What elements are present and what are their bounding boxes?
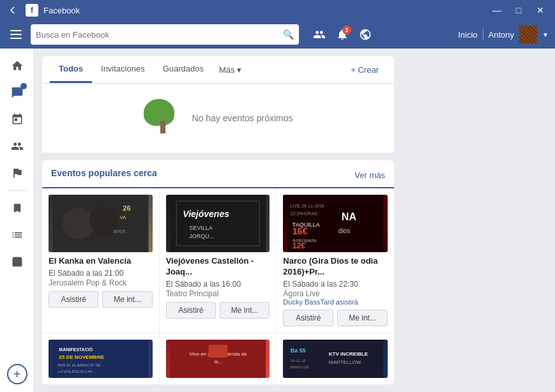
thumb-card-1[interactable]: MANIFESTACIÓ 25 DE NOVEMBRE PER EL ELIMI… (42, 333, 160, 384)
svg-text:JORQU...: JORQU... (189, 233, 214, 239)
interest-button-1[interactable]: Me int... (102, 291, 152, 308)
tab-invitaciones[interactable]: Invitaciones (92, 56, 154, 83)
svg-text:LA VIOLÈNCIA CAP...: LA VIOLÈNCIA CAP... (57, 370, 95, 373)
thumb-card-3[interactable]: Ba 55 26-11-16 MINICLUB KTV INCREIBLE MA… (277, 333, 394, 384)
hamburger-line (10, 30, 22, 31)
close-button[interactable]: ✕ (531, 3, 550, 17)
inicio-link[interactable]: Inicio (458, 30, 477, 40)
thumb-image-3: Ba 55 26-11-16 MINICLUB KTV INCREIBLE MA… (283, 340, 388, 378)
tree-crown (144, 99, 174, 126)
svg-point-1 (62, 207, 94, 239)
thumb-card-2[interactable]: Vino en directo, tienda de la... (160, 333, 277, 384)
app-icon: f (26, 4, 38, 17)
notification-badge: 1 (342, 26, 351, 34)
user-name[interactable]: Antony (489, 30, 514, 40)
sidebar-item-people[interactable] (5, 134, 29, 158)
sidebar-add-button[interactable]: + (7, 364, 27, 384)
event-card-3: LIVE 26-11-2016 22:30HORAS TAQUILLA 16€ … (277, 188, 394, 333)
thumb-image-2: Vino en directo, tienda de la... (166, 340, 270, 378)
svg-text:12€: 12€ (293, 241, 305, 250)
sidebar-item-chat[interactable] (5, 80, 29, 105)
svg-text:Viejóvenes: Viejóvenes (183, 209, 229, 219)
right-panel (402, 49, 555, 392)
ver-mas-button[interactable]: Ver más (354, 170, 385, 180)
search-box: 🔍 (31, 24, 299, 45)
popular-title: Eventos populares cerca (51, 168, 157, 182)
tree-icon (144, 99, 182, 137)
attend-button-3[interactable]: Asistiré (283, 310, 333, 326)
svg-text:26: 26 (123, 204, 130, 212)
sidebar-item-bookmark[interactable] (5, 196, 29, 220)
sidebar-item-flag[interactable] (5, 161, 29, 185)
event-card-2: Viejóvenes SEVILLA JORQU... Viejóvenes C… (160, 188, 277, 333)
search-input[interactable] (36, 30, 283, 40)
no-events-banner: No hay eventos próximos (42, 84, 394, 153)
event-actions-3: Asistiré Me int... (283, 310, 388, 326)
event-venue-2: Teatro Principal (166, 289, 270, 298)
svg-text:la...: la... (214, 359, 221, 364)
tab-todos[interactable]: Todos (50, 56, 92, 83)
attend-button-1[interactable]: Asistiré (49, 291, 98, 308)
svg-text:dios: dios (338, 227, 350, 234)
notifications-icon-button[interactable]: 1 (332, 24, 353, 45)
tab-guardados[interactable]: Guardados (154, 56, 213, 83)
svg-text:22:30HORAS: 22:30HORAS (291, 211, 318, 216)
event-actions-1: Asistiré Me int... (49, 291, 153, 308)
event-venue-1: Jerusalem Pop & Rock (49, 278, 153, 287)
nav-divider (483, 29, 483, 40)
event-image-2: Viejóvenes SEVILLA JORQU... (166, 195, 270, 252)
event-title-2: Viejóvenes Castellón - Joaq... (166, 256, 270, 278)
events-container: Todos Invitaciones Guardados Más ▾ + Cre… (34, 49, 402, 392)
popular-section: Eventos populares cerca Ver más 26 (42, 160, 394, 384)
sidebar-item-list[interactable] (5, 223, 29, 247)
svg-text:LIVE 26-11-2016: LIVE 26-11-2016 (291, 204, 324, 208)
svg-text:SEVILLA: SEVILLA (189, 225, 213, 231)
user-menu-chevron[interactable]: ▼ (542, 31, 549, 38)
no-events-text: No hay eventos próximos (192, 113, 293, 123)
chevron-down-icon: ▾ (237, 65, 241, 75)
create-button[interactable]: + Crear (343, 60, 386, 80)
svg-rect-28 (208, 345, 227, 358)
interest-button-3[interactable]: Me int... (337, 310, 388, 326)
window-title: Facebook (43, 6, 487, 15)
interest-button-2[interactable]: Me int... (220, 302, 270, 319)
friends-icon-button[interactable] (309, 24, 330, 45)
events-bottom-row: MANIFESTACIÓ 25 DE NOVEMBRE PER EL ELIMI… (42, 333, 394, 384)
maximize-button[interactable]: □ (509, 3, 528, 17)
svg-text:25 DE NOVEMBRE: 25 DE NOVEMBRE (59, 354, 104, 360)
sidebar-item-calendar[interactable] (5, 107, 29, 132)
nav-bar: 🔍 1 Inicio Antony ▼ (0, 20, 555, 49)
hamburger-line (10, 38, 22, 39)
svg-text:KTV INCREIBLE: KTV INCREIBLE (329, 351, 369, 357)
sidebar-separator (8, 190, 27, 191)
tree-trunk (160, 121, 165, 133)
event-friend-3: Ducky BassTard asistirá (283, 298, 388, 306)
thumb-image-1: MANIFESTACIÓ 25 DE NOVEMBRE PER EL ELIMI… (49, 340, 153, 378)
nav-right: Inicio Antony ▼ (458, 26, 549, 43)
tab-mas[interactable]: Más ▾ (213, 57, 248, 82)
hamburger-line (10, 34, 22, 35)
event-time-3: El Sábado a las 22:30 (283, 280, 388, 289)
sidebar: + (0, 49, 34, 392)
svg-text:26-11-16: 26-11-16 (291, 359, 307, 363)
main-layout: + Todos Invitaciones Guardados Más ▾ + C… (0, 49, 555, 392)
search-icon[interactable]: 🔍 (283, 29, 294, 40)
svg-text:16€: 16€ (293, 226, 308, 236)
svg-text:APER...: APER... (113, 229, 129, 234)
event-time-1: El Sábado a las 21:00 (49, 269, 153, 278)
title-bar: f Facebook — □ ✕ (0, 0, 555, 20)
event-title-3: Narco (Gira Dios te odia 2016)+Pr... (283, 256, 388, 278)
chat-badge (20, 83, 27, 89)
svg-text:PER EL ELIMINACIÓ DE: PER EL ELIMINACIÓ DE (57, 363, 100, 367)
event-time-2: El Sábado a las 16:00 (166, 280, 270, 289)
back-button[interactable] (5, 3, 20, 18)
svg-text:MANIFESTACIÓ: MANIFESTACIÓ (59, 347, 93, 352)
hamburger-menu[interactable] (6, 25, 26, 44)
user-avatar[interactable] (519, 26, 537, 43)
sidebar-item-home[interactable] (5, 54, 29, 78)
attend-button-2[interactable]: Asistiré (166, 302, 216, 319)
nav-icons: 1 (309, 24, 376, 45)
globe-icon-button[interactable] (355, 24, 376, 45)
sidebar-item-box[interactable] (5, 250, 29, 274)
minimize-button[interactable]: — (487, 3, 506, 17)
